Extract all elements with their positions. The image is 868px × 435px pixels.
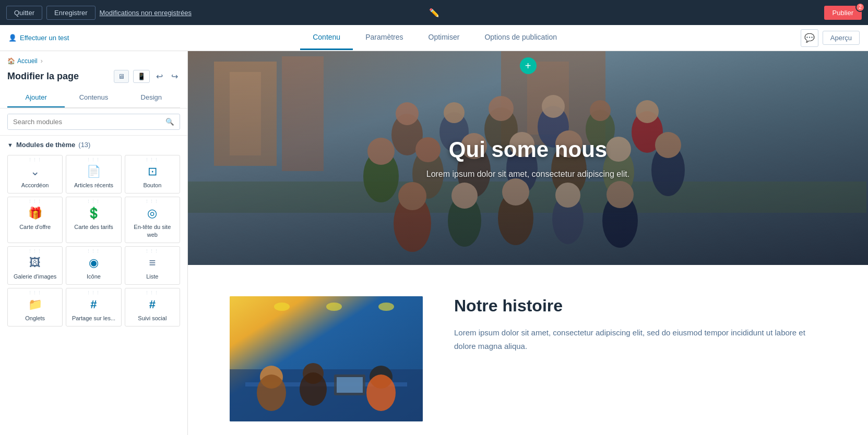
suivi-icon: # [149, 298, 156, 311]
canvas-area: + [188, 51, 868, 435]
liste-icon: ≡ [149, 256, 156, 270]
module-suivi[interactable]: ⋮⋮⋮ # Suivi social [125, 288, 180, 327]
content-section: Notre histoire Lorem ipsum dolor sit ame… [188, 265, 868, 435]
panel-search: 🔍 [0, 108, 187, 136]
drag-handle: ⋮⋮⋮ [145, 158, 159, 161]
module-entete[interactable]: ⋮⋮⋮ ◎ En-tête du site web [125, 197, 180, 243]
apercu-button[interactable]: Aperçu [823, 31, 860, 45]
module-carte-tarifs[interactable]: ⋮⋮⋮ 💲 Carte des tarifs [66, 197, 121, 243]
pencil-icon: ✏️ [429, 8, 439, 17]
tab-options[interactable]: Options de publication [472, 26, 569, 50]
second-bar: 👤 Effectuer un test Contenu Paramètres O… [0, 25, 868, 51]
redo-button[interactable]: ↪ [169, 70, 180, 82]
module-label: Suivi social [138, 315, 167, 322]
module-label: Bouton [143, 182, 161, 189]
module-bouton[interactable]: ⋮⋮⋮ ⊡ Bouton [125, 155, 180, 194]
drag-handle: ⋮⋮⋮ [28, 249, 42, 252]
partage-icon: # [90, 298, 97, 311]
module-label: Icône [87, 273, 101, 280]
canvas-inner: + [188, 51, 868, 435]
module-icone[interactable]: ⋮⋮⋮ ◉ Icône [66, 246, 121, 285]
drag-handle: ⋮⋮⋮ [28, 158, 42, 161]
drag-handle: ⋮⋮⋮ [145, 199, 159, 203]
top-bar-right: Publier 2 [824, 6, 862, 20]
top-bar-left: Quitter Enregistrer Modifications non en… [6, 6, 819, 20]
tab-optimiser[interactable]: Optimiser [416, 26, 472, 50]
svg-rect-52 [337, 377, 363, 393]
drag-handle: ⋮⋮⋮ [28, 291, 42, 294]
search-input[interactable] [8, 114, 160, 129]
module-label: Carte des tarifs [74, 223, 113, 231]
nav-tabs: Contenu Paramètres Optimiser Options de … [300, 26, 569, 50]
panel-tab-ajouter[interactable]: Ajouter [7, 88, 65, 107]
top-bar: Quitter Enregistrer Modifications non en… [0, 0, 868, 25]
tab-contenu[interactable]: Contenu [300, 26, 353, 50]
save-button[interactable]: Enregistrer [46, 6, 96, 20]
module-onglets[interactable]: ⋮⋮⋮ 📁 Onglets [7, 288, 63, 327]
bouton-icon: ⊡ [148, 165, 157, 178]
panel-title: Modifier la page [7, 71, 79, 82]
svg-point-53 [274, 303, 290, 311]
module-label: Accordéon [21, 182, 49, 189]
breadcrumb-home[interactable]: 🏠 Accueil [7, 57, 38, 65]
content-title: Notre histoire [454, 296, 826, 316]
accordion-icon: ⌄ [30, 165, 40, 178]
search-button[interactable]: 🔍 [160, 115, 180, 129]
search-box: 🔍 [7, 114, 180, 130]
icone-icon: ◉ [89, 256, 99, 270]
svg-point-54 [326, 303, 342, 311]
drag-handle: ⋮⋮⋮ [87, 291, 101, 294]
module-carte-offre[interactable]: ⋮⋮⋮ 🎁 Carte d'offre [7, 197, 63, 243]
top-bar-center: ✏️ [429, 8, 439, 18]
user-icon: 👤 [8, 34, 17, 42]
hero-title: Qui some nous [449, 137, 607, 162]
panel-content: ▼ Modules de thème (13) ⋮⋮⋮ ⌄ Accordéon … [0, 136, 187, 435]
drag-handle: ⋮⋮⋮ [87, 199, 101, 203]
panel-tabs: Ajouter Contenus Design [7, 88, 180, 108]
onglets-icon: 📁 [28, 298, 42, 311]
module-liste[interactable]: ⋮⋮⋮ ≡ Liste [125, 246, 180, 285]
unsaved-changes-link[interactable]: Modifications non enregistrées [100, 9, 192, 17]
undo-button[interactable]: ↩ [154, 70, 165, 82]
panel-tab-design[interactable]: Design [123, 88, 180, 107]
mobile-view-button[interactable]: 📱 [133, 70, 150, 83]
module-label: Liste [146, 273, 158, 280]
main-area: 🏠 Accueil › Modifier la page 🖥 📱 ↩ ↪ Ajo… [0, 51, 868, 435]
panel-title-actions: 🖥 📱 ↩ ↪ [114, 70, 180, 83]
module-accordeon[interactable]: ⋮⋮⋮ ⌄ Accordéon [7, 155, 63, 194]
panel-header: 🏠 Accueil › Modifier la page 🖥 📱 ↩ ↪ Ajo… [0, 51, 187, 108]
publish-button[interactable]: Publier 2 [824, 6, 862, 20]
svg-point-50 [300, 372, 327, 406]
module-label: Partage sur les... [72, 315, 115, 322]
modules-grid: ⋮⋮⋮ ⌄ Accordéon ⋮⋮⋮ 📄 Articles récents ⋮… [7, 155, 180, 327]
second-bar-right: 💬 Aperçu [801, 29, 860, 47]
desktop-view-button[interactable]: 🖥 [114, 70, 129, 83]
home-icon: 🏠 [7, 57, 15, 65]
effectuer-test-button[interactable]: 👤 Effectuer un test [8, 34, 69, 42]
svg-point-57 [366, 374, 396, 411]
modules-section: ▼ Modules de thème (13) ⋮⋮⋮ ⌄ Accordéon … [0, 141, 187, 327]
module-label: Galerie d'images [14, 273, 56, 280]
carte-offre-icon: 🎁 [28, 207, 42, 220]
modules-header[interactable]: ▼ Modules de thème (13) [7, 141, 180, 149]
breadcrumb: 🏠 Accueil › [7, 57, 180, 65]
module-articles[interactable]: ⋮⋮⋮ 📄 Articles récents [66, 155, 121, 194]
drag-handle: ⋮⋮⋮ [87, 249, 101, 252]
module-label: Carte d'offre [19, 223, 51, 231]
module-label: En-tête du site web [129, 223, 175, 238]
drag-handle: ⋮⋮⋮ [145, 291, 159, 294]
galerie-icon: 🖼 [29, 256, 41, 270]
carte-tarifs-icon: 💲 [87, 207, 101, 220]
hero-subtitle: Lorem ipsum dolor sit amet, consectetur … [426, 170, 630, 179]
add-section-button[interactable]: + [520, 57, 537, 74]
panel-tab-contenus[interactable]: Contenus [65, 88, 122, 107]
hero-overlay: Qui some nous Lorem ipsum dolor sit amet… [188, 51, 868, 265]
quit-button[interactable]: Quitter [6, 6, 42, 20]
chat-button[interactable]: 💬 [801, 29, 818, 47]
module-galerie[interactable]: ⋮⋮⋮ 🖼 Galerie d'images [7, 246, 63, 285]
module-partage[interactable]: ⋮⋮⋮ # Partage sur les... [66, 288, 121, 327]
svg-point-48 [257, 374, 286, 411]
tab-parametres[interactable]: Paramètres [353, 26, 415, 50]
content-image [230, 296, 423, 421]
chevron-down-icon: ▼ [7, 142, 13, 148]
